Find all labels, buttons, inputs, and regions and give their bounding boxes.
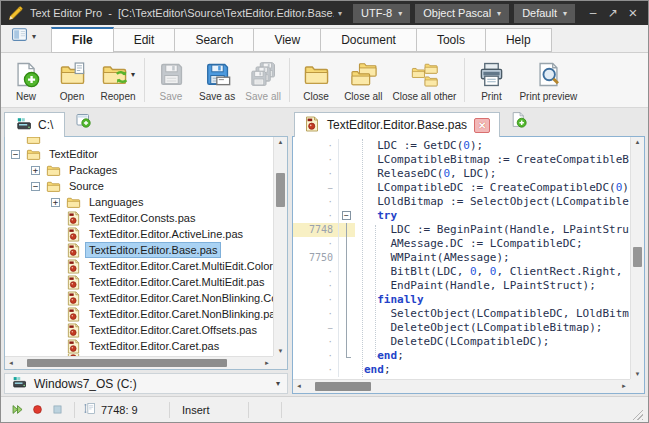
scroll-left-icon[interactable]: ◄ <box>8 360 14 366</box>
fold-collapse-icon[interactable]: − <box>339 209 355 223</box>
layout-menu-button[interactable]: ▾ <box>11 26 36 47</box>
tree-item-label[interactable]: TextEditor <box>46 147 101 161</box>
scroll-up-icon[interactable]: ▲ <box>631 139 644 145</box>
code-line[interactable]: · AMessage.DC := LCompatibleDC; <box>293 237 630 251</box>
code-line[interactable]: ·− try <box>293 209 630 223</box>
tree-item[interactable]: −Source <box>5 178 273 194</box>
editor-tab-active[interactable]: TextEditor.Editor.Base.pas ✕ <box>294 112 500 137</box>
code-line[interactable]: − LCompatibleDC := CreateCompatibleDC(0) <box>293 181 630 195</box>
theme-button[interactable]: Default▾ <box>514 4 575 23</box>
new-document-button[interactable] <box>510 111 527 132</box>
tree-item[interactable]: TextEditor.Editor.ActiveLine.pas <box>5 226 273 242</box>
add-directory-tab-button[interactable] <box>69 111 97 133</box>
tree-vertical-scrollbar[interactable]: ▲ ▼ <box>273 137 287 356</box>
drive-select[interactable]: Windows7_OS (C:) ▾ <box>4 373 288 394</box>
tree-item-label[interactable]: TextEditor.Consts.pas <box>86 211 198 225</box>
tree-item[interactable]: +Languages <box>5 194 273 210</box>
scroll-right-icon[interactable]: ► <box>621 383 627 389</box>
tree-item-label[interactable]: TextEditor.Editor.Caret.MultiEdit.Colors… <box>86 259 273 273</box>
resize-grip[interactable] <box>630 407 643 420</box>
scroll-left-icon[interactable]: ◄ <box>296 383 302 389</box>
tab-tools[interactable]: Tools <box>416 28 486 52</box>
record-macro-icon[interactable] <box>31 403 44 416</box>
close-button[interactable]: Close <box>293 59 339 102</box>
expand-icon[interactable]: + <box>51 198 60 207</box>
close-all-other-button[interactable]: Close all other <box>388 59 462 102</box>
code-line[interactable]: · end; <box>293 349 630 363</box>
play-macro-icon[interactable] <box>11 403 24 416</box>
code-line[interactable]: · ReleaseDC(0, LDC); <box>293 167 630 181</box>
tree-item-label[interactable]: TextEditor.Editor.Caret.MultiEdit.pas <box>86 275 267 289</box>
code-line[interactable]: · EndPaint(Handle, LPaintStruct); <box>293 279 630 293</box>
tree-item-label[interactable]: TextEditor.Editor.ActiveLine.pas <box>86 227 246 241</box>
code-area[interactable]: · LDC := GetDC(0);· LCompatibleBitmap :=… <box>293 139 630 379</box>
scrollbar-thumb[interactable] <box>27 359 227 367</box>
collapse-icon[interactable]: − <box>31 182 40 191</box>
tree-item[interactable]: TextEditor.Editor.Base.pas <box>5 242 273 258</box>
scroll-up-icon[interactable]: ▲ <box>274 139 287 145</box>
tree-item[interactable]: TextEditor.Editor.Caret.NonBlinking.Colo… <box>5 290 273 306</box>
scroll-down-icon[interactable]: ▼ <box>631 371 644 377</box>
tree-item-partial[interactable] <box>5 137 273 146</box>
code-line[interactable]: ·end; <box>293 363 630 377</box>
tree-item-label[interactable]: Source <box>66 179 107 193</box>
tree-item[interactable]: TextEditor.Consts.pas <box>5 210 273 226</box>
close-all-button[interactable]: Close all <box>339 59 387 102</box>
scrollbar-thumb[interactable] <box>276 173 285 207</box>
tree-item[interactable]: +Packages <box>5 162 273 178</box>
tab-file[interactable]: File <box>51 27 114 53</box>
tab-search[interactable]: Search <box>174 28 254 52</box>
editor-horizontal-scrollbar[interactable]: ◄ ► <box>293 379 630 393</box>
code-line[interactable]: · finally <box>293 293 630 307</box>
code-line[interactable]: · LCompatibleBitmap := CreateCompatibleB <box>293 153 630 167</box>
code-line[interactable]: 7750 WMPaint(AMessage); <box>293 251 630 265</box>
encoding-button[interactable]: UTF-8▾ <box>353 4 410 23</box>
print-button[interactable]: Print <box>468 59 514 102</box>
editor-vertical-scrollbar[interactable]: ▲ ▼ <box>630 137 644 379</box>
tree-item[interactable]: TextEditor.Editor.Caret.MultiEdit.pas <box>5 274 273 290</box>
tree-item[interactable]: TextEditor.Editor.Caret.pas <box>5 338 273 354</box>
print-preview-button[interactable]: Print preview <box>514 59 582 102</box>
title-dropdown-caret-icon[interactable]: ▾ <box>338 9 342 18</box>
code-line[interactable]: 7748 LDC := BeginPaint(Handle, LPaintStr… <box>293 223 630 237</box>
open-button[interactable]: Open <box>49 59 95 102</box>
close-button[interactable]: × <box>623 3 643 23</box>
expand-icon[interactable]: + <box>31 166 40 175</box>
tree-item-label[interactable]: TextEditor.Editor.Caret.NonBlinking.pas <box>86 307 273 321</box>
tree-item-label[interactable]: Packages <box>66 163 120 177</box>
tree-item-label[interactable]: Languages <box>86 195 146 209</box>
code-editor[interactable]: · LDC := GetDC(0);· LCompatibleBitmap :=… <box>292 136 645 394</box>
minimize-button[interactable]: – <box>583 3 603 23</box>
tree-item-label[interactable]: TextEditor.Editor.Base.pas <box>86 243 220 257</box>
code-line[interactable]: − DeleteObject(LCompatibleBitmap); <box>293 321 630 335</box>
save-as-button[interactable]: Save as <box>194 59 240 102</box>
tree-item-label[interactable]: TextEditor.Editor.Caret.pas <box>86 339 222 353</box>
new-button[interactable]: New <box>3 59 49 102</box>
highlighter-button[interactable]: Object Pascal▾ <box>415 4 509 23</box>
scrollbar-thumb[interactable] <box>315 382 371 391</box>
tab-view[interactable]: View <box>253 28 321 52</box>
tree-item[interactable]: TextEditor.Editor.Caret.NonBlinking.pas <box>5 306 273 322</box>
code-line[interactable]: · BitBlt(LDC, 0, 0, ClientRect.Right, <box>293 265 630 279</box>
scrollbar-thumb[interactable] <box>633 247 642 267</box>
maximize-button[interactable]: ↗ <box>603 3 623 23</box>
tree-item[interactable]: TextEditor.Editor.Caret.Offsets.pas <box>5 322 273 338</box>
code-line[interactable]: · DeleteDC(LCompatibleDC); <box>293 335 630 349</box>
code-line[interactable]: · LOldBitmap := SelectObject(LCompatible <box>293 195 630 209</box>
reopen-button[interactable]: ▾Reopen <box>95 59 141 102</box>
tree-item[interactable]: TextEditor.Editor.Caret.MultiEdit.Colors… <box>5 258 273 274</box>
scroll-down-icon[interactable]: ▼ <box>274 348 287 354</box>
tree-item-label[interactable]: TextEditor.Editor.Caret.Offsets.pas <box>86 323 260 337</box>
tab-document[interactable]: Document <box>320 28 417 52</box>
code-line[interactable]: · LDC := GetDC(0); <box>293 139 630 153</box>
scroll-right-icon[interactable]: ► <box>264 360 270 366</box>
code-line[interactable]: · SelectObject(LCompatibleDC, LOldBitm <box>293 307 630 321</box>
collapse-icon[interactable]: − <box>11 150 20 159</box>
close-tab-icon[interactable]: ✕ <box>474 118 490 133</box>
tab-help[interactable]: Help <box>485 28 552 52</box>
tab-drive-c[interactable]: C:\ <box>4 112 65 137</box>
tree-item[interactable]: −TextEditor <box>5 146 273 162</box>
tree-item-label[interactable]: TextEditor.Editor.Caret.NonBlinking.Colo… <box>86 291 273 305</box>
dropdown-caret-icon[interactable]: ▾ <box>131 70 135 79</box>
tab-edit[interactable]: Edit <box>113 28 176 52</box>
